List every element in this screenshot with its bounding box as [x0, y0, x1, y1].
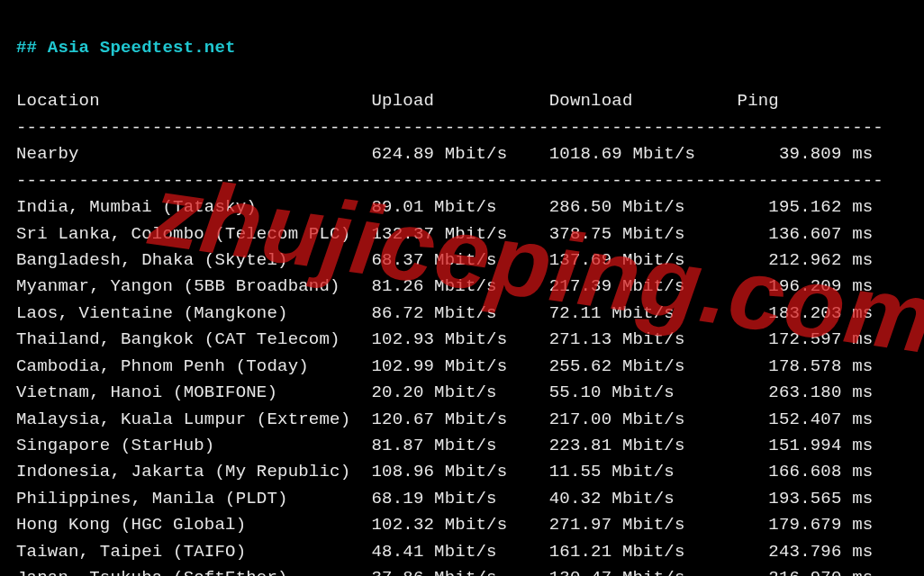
cell-upload: 102.99 Mbit/s — [371, 356, 548, 376]
header-upload: Upload — [371, 91, 548, 111]
cell-download: 223.81 Mbit/s — [549, 436, 738, 455]
cell-location: Myanmar, Yangon (5BB Broadband) — [16, 276, 371, 296]
header-row: Location Upload Download Ping — [16, 91, 873, 111]
cell-ping: 179.679 ms — [738, 515, 874, 535]
cell-ping: 216.970 ms — [738, 568, 874, 576]
cell-upload: 20.20 Mbit/s — [371, 382, 548, 402]
cell-upload: 68.37 Mbit/s — [371, 250, 548, 270]
nearby-download: 1018.69 Mbit/s — [549, 144, 738, 164]
separator-line: ----------------------------------------… — [16, 118, 883, 138]
results-body: India, Mumbai (Tatasky) 89.01 Mbit/s 286… — [16, 197, 873, 576]
cell-ping: 263.180 ms — [738, 382, 874, 402]
cell-ping: 196.209 ms — [738, 276, 874, 296]
cell-download: 72.11 Mbit/s — [549, 303, 738, 323]
cell-download: 55.10 Mbit/s — [549, 382, 738, 402]
table-row: Laos, Vientaine (Mangkone) 86.72 Mbit/s … — [16, 303, 873, 323]
nearby-ping: 39.809 ms — [738, 144, 874, 164]
cell-upload: 37.86 Mbit/s — [371, 568, 548, 576]
cell-location: Hong Kong (HGC Global) — [16, 515, 371, 535]
cell-location: Sri Lanka, Colombo (Telecom PLC) — [16, 224, 371, 244]
cell-download: 271.97 Mbit/s — [549, 515, 738, 535]
table-row: Thailand, Bangkok (CAT Telecom) 102.93 M… — [16, 329, 873, 349]
cell-upload: 48.41 Mbit/s — [371, 542, 548, 562]
table-row: Taiwan, Taipei (TAIFO) 48.41 Mbit/s 161.… — [16, 542, 873, 562]
header-location: Location — [16, 91, 371, 111]
cell-ping: 212.962 ms — [738, 250, 874, 270]
separator-line: ----------------------------------------… — [16, 171, 883, 191]
cell-ping: 178.578 ms — [738, 356, 874, 376]
nearby-upload: 624.89 Mbit/s — [371, 144, 548, 164]
header-download: Download — [549, 91, 738, 111]
cell-location: Singapore (StarHub) — [16, 436, 371, 455]
cell-location: Cambodia, Phnom Penh (Today) — [16, 356, 371, 376]
nearby-location: Nearby — [16, 144, 371, 164]
table-row: Japan, Tsukuba (SoftEther) 37.86 Mbit/s … — [16, 568, 873, 576]
table-row: Bangladesh, Dhaka (Skytel) 68.37 Mbit/s … — [16, 250, 873, 270]
cell-upload: 120.67 Mbit/s — [371, 410, 548, 429]
cell-upload: 81.26 Mbit/s — [371, 276, 548, 296]
cell-download: 271.13 Mbit/s — [549, 329, 738, 349]
table-row: India, Mumbai (Tatasky) 89.01 Mbit/s 286… — [16, 197, 873, 217]
cell-download: 11.55 Mbit/s — [549, 462, 738, 482]
cell-upload: 68.19 Mbit/s — [371, 489, 548, 508]
cell-location: India, Mumbai (Tatasky) — [16, 197, 371, 217]
cell-ping: 183.203 ms — [738, 303, 874, 323]
cell-location: Indonesia, Jakarta (My Republic) — [16, 462, 371, 482]
cell-upload: 132.37 Mbit/s — [371, 224, 548, 244]
cell-ping: 243.796 ms — [738, 542, 874, 562]
cell-download: 378.75 Mbit/s — [549, 224, 738, 244]
cell-location: Bangladesh, Dhaka (Skytel) — [16, 250, 371, 270]
cell-location: Philippines, Manila (PLDT) — [16, 489, 371, 508]
cell-ping: 152.407 ms — [738, 410, 874, 429]
cell-download: 255.62 Mbit/s — [549, 356, 738, 376]
cell-location: Malaysia, Kuala Lumpur (Extreme) — [16, 410, 371, 429]
cell-ping: 151.994 ms — [738, 436, 874, 455]
table-row: Sri Lanka, Colombo (Telecom PLC) 132.37 … — [16, 224, 873, 244]
cell-download: 40.32 Mbit/s — [549, 489, 738, 508]
terminal-output: ## Asia Speedtest.net Location Upload Do… — [0, 0, 924, 576]
table-row: Philippines, Manila (PLDT) 68.19 Mbit/s … — [16, 489, 873, 508]
header-ping: Ping — [738, 91, 874, 111]
cell-ping: 172.597 ms — [738, 329, 874, 349]
cell-download: 217.39 Mbit/s — [549, 276, 738, 296]
cell-download: 217.00 Mbit/s — [549, 410, 738, 429]
cell-ping: 136.607 ms — [738, 224, 874, 244]
cell-upload: 86.72 Mbit/s — [371, 303, 548, 323]
table-row: Cambodia, Phnom Penh (Today) 102.99 Mbit… — [16, 356, 873, 376]
cell-location: Taiwan, Taipei (TAIFO) — [16, 542, 371, 562]
cell-download: 161.21 Mbit/s — [549, 542, 738, 562]
cell-ping: 195.162 ms — [738, 197, 874, 217]
nearby-row: Nearby 624.89 Mbit/s 1018.69 Mbit/s 39.8… — [16, 144, 873, 164]
cell-location: Japan, Tsukuba (SoftEther) — [16, 568, 371, 576]
cell-upload: 81.87 Mbit/s — [371, 436, 548, 455]
table-row: Vietnam, Hanoi (MOBIFONE) 20.20 Mbit/s 5… — [16, 382, 873, 402]
cell-ping: 193.565 ms — [738, 489, 874, 508]
cell-download: 286.50 Mbit/s — [549, 197, 738, 217]
table-row: Myanmar, Yangon (5BB Broadband) 81.26 Mb… — [16, 276, 873, 296]
table-row: Hong Kong (HGC Global) 102.32 Mbit/s 271… — [16, 515, 873, 535]
cell-download: 137.69 Mbit/s — [549, 250, 738, 270]
cell-upload: 102.93 Mbit/s — [371, 329, 548, 349]
cell-ping: 166.608 ms — [738, 462, 874, 482]
cell-location: Laos, Vientaine (Mangkone) — [16, 303, 371, 323]
table-row: Malaysia, Kuala Lumpur (Extreme) 120.67 … — [16, 410, 873, 429]
table-row: Singapore (StarHub) 81.87 Mbit/s 223.81 … — [16, 436, 873, 455]
section-title: ## Asia Speedtest.net — [16, 38, 236, 58]
cell-upload: 108.96 Mbit/s — [371, 462, 548, 482]
table-row: Indonesia, Jakarta (My Republic) 108.96 … — [16, 462, 873, 482]
cell-location: Thailand, Bangkok (CAT Telecom) — [16, 329, 371, 349]
cell-upload: 102.32 Mbit/s — [371, 515, 548, 535]
cell-upload: 89.01 Mbit/s — [371, 197, 548, 217]
cell-location: Vietnam, Hanoi (MOBIFONE) — [16, 382, 371, 402]
cell-download: 130.47 Mbit/s — [549, 568, 738, 576]
